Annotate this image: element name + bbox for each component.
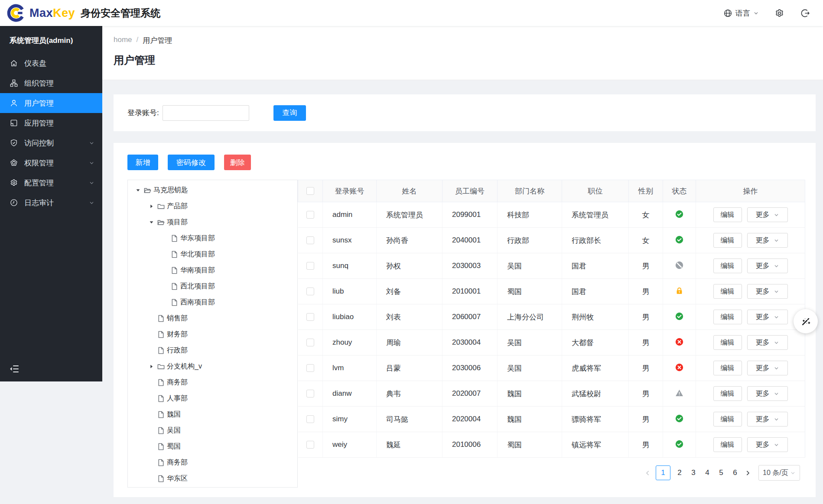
sidebar-item-applications[interactable]: 应用管理 [0,113,102,133]
more-button[interactable]: 更多 [747,386,788,401]
row-checkbox[interactable] [306,313,314,321]
add-button[interactable]: 新增 [127,155,158,170]
more-button[interactable]: 更多 [747,437,788,452]
tree-node[interactable]: 分支机构_v [128,359,297,375]
edit-button[interactable]: 编辑 [713,233,742,248]
row-checkbox[interactable] [306,339,314,346]
cell-gender: 男 [629,253,663,279]
collapse-sidebar-button[interactable] [9,363,20,375]
sidebar-item-permissions[interactable]: 权限管理 [0,153,102,173]
tree-caret[interactable] [146,428,157,434]
tree-node[interactable]: 财务部 [128,326,297,342]
user-icon [10,99,18,107]
language-menu[interactable]: 语言 [723,8,759,18]
tree-caret[interactable] [146,444,157,450]
previous-page-button[interactable] [644,469,651,477]
more-button[interactable]: 更多 [747,207,788,222]
tree-caret[interactable] [159,236,170,242]
edit-button[interactable]: 编辑 [713,258,742,273]
row-checkbox[interactable] [306,415,314,423]
page-number-1[interactable]: 1 [656,465,670,480]
tree-node[interactable]: 商务部 [128,455,297,471]
row-checkbox[interactable] [306,211,314,219]
tree-caret[interactable] [146,380,157,386]
breadcrumb-home-link[interactable]: home [114,36,132,45]
page-size-select[interactable]: 10 条/页 [758,465,800,481]
more-button[interactable]: 更多 [747,258,788,273]
delete-button[interactable]: 删除 [224,155,251,170]
tree-node[interactable]: 行政部 [128,342,297,359]
tree-caret[interactable] [159,268,170,274]
tree-caret[interactable] [146,396,157,402]
settings-icon[interactable] [774,8,784,18]
page-number-2[interactable]: 2 [675,465,684,480]
page-number-5[interactable]: 5 [716,465,726,480]
tree-caret[interactable] [146,332,157,338]
sidebar-item-users[interactable]: 用户管理 [0,93,102,113]
edit-button[interactable]: 编辑 [713,412,742,426]
row-checkbox[interactable] [306,288,314,295]
tree-caret[interactable] [159,284,170,290]
edit-button[interactable]: 编辑 [713,207,742,222]
edit-button[interactable]: 编辑 [713,310,742,324]
sidebar-item-dashboard[interactable]: 仪表盘 [0,53,102,73]
tree-caret[interactable] [146,476,157,482]
row-checkbox[interactable] [306,262,314,270]
query-button[interactable]: 查询 [273,105,306,121]
next-page-button[interactable] [744,469,751,477]
tree-node[interactable]: 华南项目部 [128,262,297,278]
more-button[interactable]: 更多 [747,361,788,375]
tree-caret[interactable] [159,300,170,306]
sidebar-item-organization[interactable]: 组织管理 [0,73,102,93]
tree-node[interactable]: 华北项目部 [128,246,297,262]
row-checkbox[interactable] [306,441,314,449]
tree-node[interactable]: 产品部 [128,198,297,214]
tree-node[interactable]: 项目部 [128,214,297,230]
tree-node[interactable]: 西北项目部 [128,278,297,294]
tree-caret[interactable] [159,252,170,258]
tree-node[interactable]: 西南项目部 [128,294,297,310]
sidebar-item-configuration[interactable]: 配置管理 [0,173,102,193]
tree-caret[interactable] [146,460,157,466]
row-checkbox[interactable] [306,364,314,372]
edit-button[interactable]: 编辑 [713,361,742,375]
tree-node[interactable]: 吴国 [128,423,297,439]
edit-button[interactable]: 编辑 [713,437,742,452]
sidebar-item-audit[interactable]: 日志审计 [0,193,102,213]
more-button[interactable]: 更多 [747,310,788,324]
tree-node[interactable]: 马克思钥匙 [128,182,297,198]
tree-node[interactable]: 魏国 [128,407,297,423]
tree-node[interactable]: 蜀国 [128,439,297,455]
tree-node[interactable]: 商务部 [128,375,297,391]
caret-right-icon[interactable] [146,204,157,210]
tree-node[interactable]: 华东项目部 [128,230,297,246]
more-button[interactable]: 更多 [747,335,788,350]
tree-node[interactable]: 华北区 [128,487,297,488]
tree-caret[interactable] [146,412,157,418]
page-number-6[interactable]: 6 [730,465,740,480]
edit-button[interactable]: 编辑 [713,335,742,350]
tree-caret[interactable] [146,316,157,322]
edit-button[interactable]: 编辑 [713,284,742,299]
select-all-checkbox[interactable] [306,187,314,195]
change-password-button[interactable]: 密码修改 [168,155,215,170]
tree-caret[interactable] [146,348,157,354]
caret-down-icon[interactable] [132,187,143,194]
tree-node[interactable]: 销售部 [128,310,297,326]
tree-node[interactable]: 人事部 [128,391,297,407]
more-button[interactable]: 更多 [747,284,788,299]
more-button[interactable]: 更多 [747,412,788,426]
sidebar-item-access-control[interactable]: 访问控制 [0,133,102,153]
tree-node[interactable]: 华东区 [128,471,297,487]
page-number-4[interactable]: 4 [703,465,712,480]
caret-right-icon[interactable] [146,364,157,370]
caret-down-icon[interactable] [146,220,157,226]
edit-button[interactable]: 编辑 [713,386,742,401]
page-number-3[interactable]: 3 [689,465,698,480]
login-account-input[interactable] [163,105,249,121]
more-button[interactable]: 更多 [747,233,788,248]
theme-wand-button[interactable] [794,309,818,333]
row-checkbox[interactable] [306,236,314,244]
row-checkbox[interactable] [306,390,314,397]
logout-icon[interactable] [800,8,810,18]
